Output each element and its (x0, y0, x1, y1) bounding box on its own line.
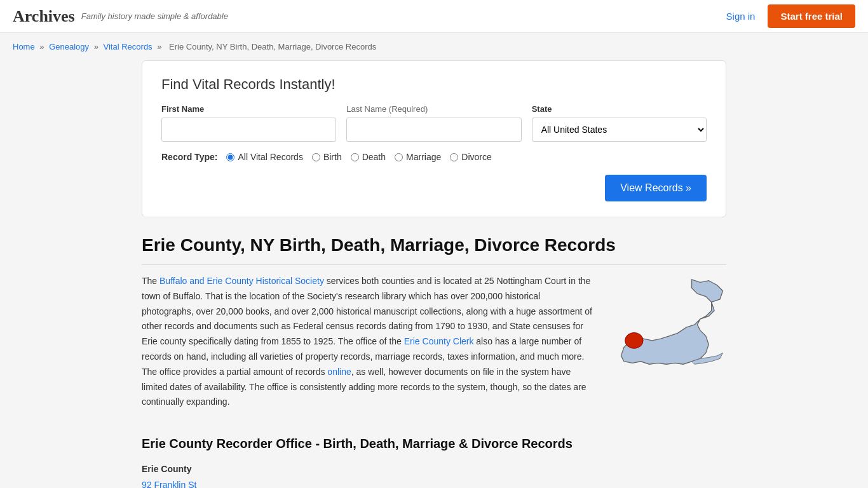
content-text: The Buffalo and Erie County Historical S… (142, 274, 593, 417)
state-field-group: State All United States Alabama Alaska A… (532, 104, 707, 142)
start-trial-button[interactable]: Start free trial (768, 4, 855, 28)
online-link[interactable]: online (327, 367, 351, 377)
radio-death[interactable]: Death (351, 152, 386, 162)
address-street-link[interactable]: 92 Franklin St (142, 480, 196, 488)
main-content: Find Vital Records Instantly! First Name… (129, 60, 739, 488)
radio-birth[interactable]: Birth (312, 152, 342, 162)
record-type-label: Record Type: (161, 152, 217, 162)
site-logo: Archives (13, 7, 75, 26)
first-name-label: First Name (161, 104, 336, 114)
breadcrumb-separator-2: » (94, 42, 98, 51)
record-type-row: Record Type: All Vital Records Birth Dea… (161, 152, 707, 162)
radio-all-vital[interactable]: All Vital Records (226, 152, 302, 162)
buffalo-society-link[interactable]: Buffalo and Erie County Historical Socie… (159, 276, 324, 286)
ny-map-svg (612, 274, 726, 376)
search-title: Find Vital Records Instantly! (161, 76, 707, 93)
address-block: Erie County 92 Franklin St County Hall (142, 461, 726, 488)
header-logo-area: Archives Family history made simple & af… (13, 7, 228, 26)
view-records-row: View Records » (161, 175, 707, 201)
ny-state-map (612, 274, 726, 417)
svg-marker-0 (621, 280, 722, 364)
site-header: Archives Family history made simple & af… (0, 0, 868, 33)
first-name-field-group: First Name (161, 104, 336, 142)
search-fields: First Name Last Name (Required) State Al… (161, 104, 707, 142)
last-name-label: Last Name (Required) (346, 104, 521, 114)
view-records-button[interactable]: View Records » (605, 175, 707, 201)
breadcrumb-separator-3: » (157, 42, 161, 51)
section-heading: Erie County Recorder Office - Birth, Dea… (142, 437, 726, 451)
header-actions: Sign in Start free trial (726, 4, 855, 28)
site-tagline: Family history made simple & affordable (81, 11, 228, 21)
sign-in-link[interactable]: Sign in (726, 11, 756, 22)
content-body: The Buffalo and Erie County Historical S… (142, 274, 726, 417)
last-name-input[interactable] (346, 118, 521, 142)
first-name-input[interactable] (161, 118, 336, 142)
search-box: Find Vital Records Instantly! First Name… (142, 60, 726, 217)
breadcrumb-home[interactable]: Home (13, 42, 35, 51)
breadcrumb-vital-records[interactable]: Vital Records (104, 42, 153, 51)
breadcrumb-genealogy[interactable]: Genealogy (49, 42, 89, 51)
radio-marriage[interactable]: Marriage (395, 152, 441, 162)
page-title: Erie County, NY Birth, Death, Marriage, … (142, 235, 726, 265)
svg-point-1 (625, 332, 643, 348)
breadcrumb: Home » Genealogy » Vital Records » Erie … (0, 33, 868, 60)
last-name-field-group: Last Name (Required) (346, 104, 521, 142)
radio-divorce[interactable]: Divorce (450, 152, 491, 162)
breadcrumb-separator-1: » (39, 42, 44, 51)
breadcrumb-current: Erie County, NY Birth, Death, Marriage, … (169, 42, 376, 51)
erie-clerk-link[interactable]: Erie County Clerk (404, 336, 474, 346)
state-label: State (532, 104, 707, 114)
address-name: Erie County (142, 464, 192, 474)
content-paragraph: The Buffalo and Erie County Historical S… (142, 274, 593, 410)
state-select[interactable]: All United States Alabama Alaska Arizona… (532, 118, 707, 142)
